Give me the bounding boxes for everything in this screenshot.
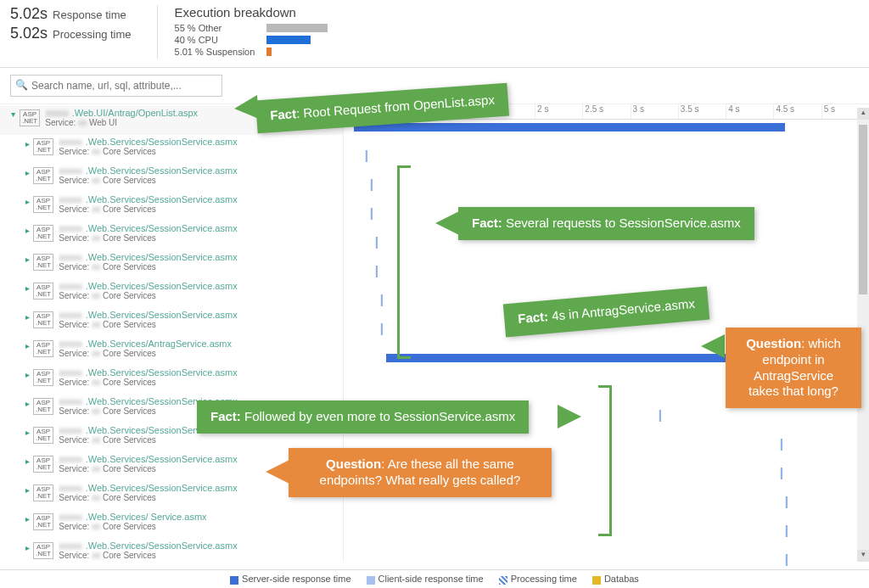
breakdown-title: Execution breakdown (175, 5, 328, 20)
trace-row[interactable]: ▸ASP.NETxxxxx.Web.Services/SessionServic… (0, 193, 343, 221)
legend-database: Databas (592, 574, 639, 584)
aspnet-badge: ASP.NET (33, 196, 53, 213)
chevron-icon[interactable]: ▸ (25, 283, 30, 293)
bracket-icon (598, 385, 612, 536)
chevron-icon[interactable]: ▸ (25, 428, 30, 437)
trace-row[interactable]: ▸ASP.NETxxxxx.Web.Services/SessionServic… (0, 250, 343, 279)
timeline-row (344, 148, 869, 177)
trace-row[interactable]: ▸ASP.NETxxxxx.Web.Services/ Service.asmx… (0, 510, 343, 539)
legend-server: Server-side response time (230, 574, 350, 584)
timing-bar[interactable] (785, 525, 788, 537)
bracket-icon (397, 165, 411, 359)
processing-time-label: Processing time (53, 28, 131, 41)
legend-client: Client-side response time (367, 574, 484, 584)
legend: Server-side response time Client-side re… (0, 569, 869, 588)
annotation-question-endpoint: Question: which endpoint in AntragServic… (726, 328, 861, 408)
arrow-icon (558, 405, 581, 428)
aspnet-badge: ASP.NET (33, 311, 53, 328)
trace-row[interactable]: ▸ASP.NETxxxxx.Web.Services/SessionServic… (0, 135, 343, 164)
chevron-icon[interactable]: ▸ (25, 543, 30, 552)
timing-bar[interactable] (780, 439, 782, 451)
header: 5.02s Response time 5.02s Processing tim… (0, 0, 869, 68)
aspnet-badge: ASP.NET (33, 225, 53, 242)
response-time-row: 5.02s Response time (10, 5, 132, 23)
timing-bar[interactable] (375, 237, 378, 249)
timeline-row (344, 264, 869, 293)
aspnet-badge: ASP.NET (33, 167, 53, 184)
time-tick: 4 s (726, 104, 773, 119)
chevron-icon[interactable]: ▸ (9, 113, 19, 117)
arrow-icon (435, 211, 459, 235)
scroll-up-icon[interactable]: ▴ (857, 108, 869, 120)
chevron-icon[interactable]: ▸ (25, 226, 30, 235)
aspnet-badge: ASP.NET (20, 109, 40, 126)
aspnet-badge: ASP.NET (33, 456, 53, 473)
breakdown-row: 55 % Other (175, 23, 328, 33)
aspnet-badge: ASP.NET (33, 484, 53, 501)
time-tick: 2 s (535, 104, 582, 119)
chevron-icon[interactable]: ▸ (25, 485, 30, 495)
search-input[interactable] (10, 75, 222, 97)
trace-row[interactable]: ▸ASP.NETxxxxx.Web.Services/SessionServic… (0, 279, 343, 308)
trace-row[interactable]: ▸ASP.NETxxxxx.Web.Services/SessionServic… (0, 308, 343, 337)
timing-bar[interactable] (380, 294, 383, 306)
chevron-icon[interactable]: ▸ (25, 139, 30, 148)
aspnet-badge: ASP.NET (33, 138, 53, 155)
timeline-row (344, 177, 869, 206)
aspnet-badge: ASP.NET (33, 340, 53, 357)
trace-row[interactable]: ▸ASP.NETxxxxx.Web.Services/SessionServic… (0, 539, 343, 562)
timing-bar[interactable] (354, 123, 785, 132)
processing-time-value: 5.02s (10, 25, 48, 42)
timing-bar[interactable] (380, 323, 383, 335)
chevron-icon[interactable]: ▸ (25, 399, 30, 408)
legend-processing: Processing time (499, 574, 577, 584)
trace-row[interactable]: ▸ASP.NETxxxxx.Web.Services/SessionServic… (0, 221, 343, 250)
scroll-thumb[interactable] (859, 125, 867, 294)
response-time-label: Response time (53, 8, 126, 21)
chevron-icon[interactable]: ▸ (25, 370, 30, 379)
time-tick: 3 s (631, 104, 678, 119)
timing-bar[interactable] (780, 468, 782, 479)
timeline-row (344, 120, 869, 148)
search-icon: 🔍 (15, 79, 28, 91)
arrow-icon (266, 460, 289, 484)
chevron-icon[interactable]: ▸ (25, 341, 30, 350)
aspnet-badge: ASP.NET (33, 283, 53, 300)
time-tick: 3.5 s (678, 104, 726, 119)
time-tick: 2.5 s (582, 104, 630, 119)
timing-bar[interactable] (375, 266, 378, 277)
timing-metrics: 5.02s Response time 5.02s Processing tim… (10, 5, 132, 59)
execution-breakdown: Execution breakdown 55 % Other40 % CPU5.… (157, 5, 328, 59)
scroll-down-icon[interactable]: ▾ (857, 550, 869, 562)
timing-bar[interactable] (365, 150, 367, 162)
annotation-fact-more: Fact: Followed by even more to SessionSe… (197, 400, 529, 434)
chevron-icon[interactable]: ▸ (25, 456, 30, 466)
aspnet-badge: ASP.NET (33, 427, 53, 444)
arrow-icon (233, 95, 259, 120)
breakdown-row: 5.01 % Suspension (175, 47, 328, 57)
chevron-icon[interactable]: ▸ (25, 312, 30, 322)
aspnet-badge: ASP.NET (33, 254, 53, 271)
aspnet-badge: ASP.NET (33, 542, 53, 559)
timing-bar[interactable] (370, 179, 373, 191)
processing-time-row: 5.02s Processing time (10, 25, 132, 42)
chevron-icon[interactable]: ▸ (25, 514, 30, 524)
trace-row[interactable]: ▸ASP.NETxxxxx.Web.Services/SessionServic… (0, 164, 343, 193)
arrow-icon (701, 334, 725, 358)
aspnet-badge: ASP.NET (33, 513, 53, 530)
timing-bar[interactable] (659, 410, 661, 422)
time-tick: 4.5 s (773, 104, 821, 119)
response-time-value: 5.02s (10, 5, 48, 23)
timing-bar[interactable] (785, 496, 788, 508)
annotation-fact-several: Fact: Several requests to SessionService… (458, 207, 754, 240)
chevron-icon[interactable]: ▸ (25, 168, 30, 177)
chevron-icon[interactable]: ▸ (25, 255, 30, 264)
aspnet-badge: ASP.NET (33, 398, 53, 415)
timing-bar[interactable] (785, 554, 788, 566)
trace-row[interactable]: ▸ASP.NETxxxxx.Web.Services/AntragService… (0, 337, 343, 366)
chevron-icon[interactable]: ▸ (25, 197, 30, 206)
timing-bar[interactable] (370, 208, 373, 220)
aspnet-badge: ASP.NET (33, 369, 53, 386)
annotation-question-same: Question: Are these all the same endpoin… (289, 448, 552, 497)
trace-row[interactable]: ▸ASP.NETxxxxx.Web.Services/SessionServic… (0, 366, 343, 395)
